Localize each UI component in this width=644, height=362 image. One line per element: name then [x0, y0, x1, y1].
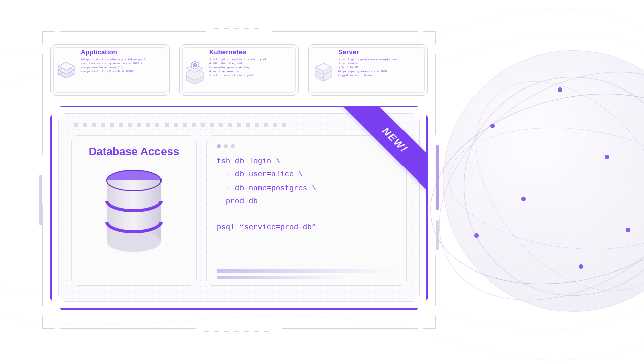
card-body: $ tctl get roles/admin > admin.yaml # Ed… [209, 57, 293, 78]
side-accent [436, 220, 439, 250]
side-accent [436, 145, 439, 210]
terminal-code: tsh db login \ --db-user=alice \ --db-na… [217, 155, 396, 235]
card-application: Application teleport start --roles=app -… [50, 44, 170, 96]
card-title: Kubernetes [209, 48, 293, 56]
progress-bars [217, 269, 396, 279]
feature-panel-inner: Database Access [58, 113, 420, 302]
hud-frame: Application teleport start --roles=app -… [35, 24, 443, 336]
kubernetes-icon [184, 52, 205, 86]
card-body: > tsh login --proxy=work.example.com $ t… [338, 57, 422, 78]
layers-icon [55, 52, 76, 86]
feature-panel-database-access: Database Access [50, 106, 428, 310]
decorative-dots [74, 123, 318, 128]
card-title: Server [338, 48, 422, 56]
card-body: teleport start --roles=app --token=xyz \… [80, 57, 164, 73]
database-icon [101, 169, 167, 255]
database-block: Database Access [71, 135, 197, 286]
window-controls-icon [217, 144, 396, 148]
card-kubernetes: Kubernetes $ tctl get roles/admin > admi… [179, 44, 299, 96]
side-accent [39, 175, 42, 225]
server-icon [313, 52, 334, 86]
globe-decoration [443, 50, 644, 312]
terminal-block: tsh db login \ --db-user=alice \ --db-na… [206, 135, 407, 286]
card-title: Application [80, 48, 164, 56]
svg-point-42 [107, 232, 161, 252]
card-server: Server > tsh login --proxy=work.example.… [308, 44, 428, 96]
database-title: Database Access [89, 145, 179, 158]
